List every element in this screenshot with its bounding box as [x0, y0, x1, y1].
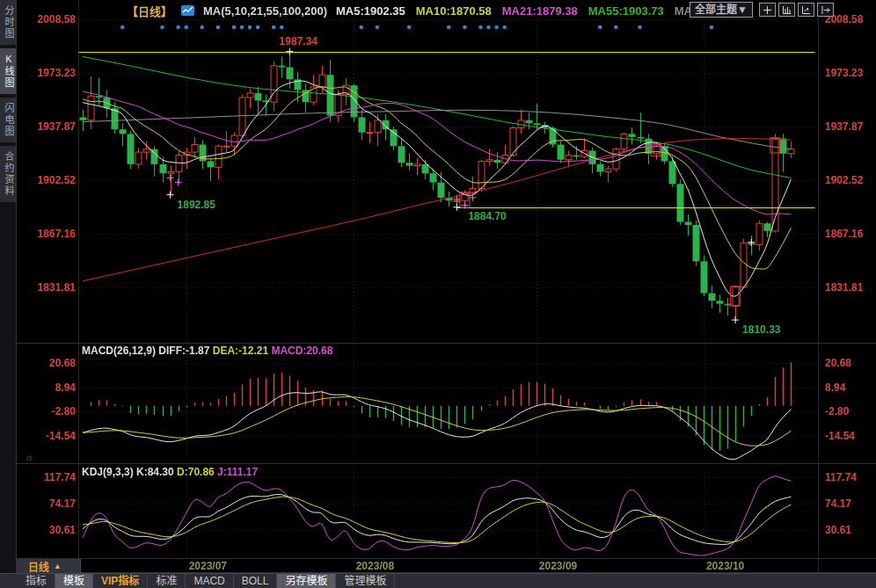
trading-app-window: 分时图K线图闪电图合约资料 现货黄金 【日线】 MA(5,10,21,55,10… [0, 0, 876, 588]
kdj-j-value: J:111.17 [217, 466, 258, 478]
axis-arrow-icon[interactable] [798, 3, 814, 17]
bottom-tab-bar: 指标模板VIP指标标准MACDBOLL另存模板管理模板 [0, 573, 876, 588]
timeframe-selector[interactable]: 日线 ▲ [16, 559, 81, 573]
ma-settings-label: MA(5,10,21,55,100,200) [203, 4, 327, 18]
timeframe-label: 日线 [28, 559, 49, 574]
macd-dea-value: DEA:-12.21 [213, 345, 268, 357]
kdj-k-value: KDJ(9,3,3) K:84.30 [82, 466, 174, 478]
bottom-tab-7[interactable]: 管理模板 [336, 574, 395, 588]
bottom-tab-3[interactable]: 标准 [148, 574, 186, 588]
ma-value-1: MA10:1870.58 [416, 4, 492, 18]
crosshair-icon[interactable] [759, 3, 776, 17]
sidebar-tab-2[interactable]: 闪电图 [0, 98, 16, 142]
chart-header: 现货黄金 【日线】 MA(5,10,21,55,100,200) MA5:190… [77, 3, 712, 18]
macd-panel-header: MACD(26,12,9) DIFF:-1.87 DEA:-12.21 MACD… [82, 345, 332, 357]
bottom-tab-0[interactable]: 指标 [18, 574, 55, 588]
instrument-title: 现货黄金 [77, 3, 123, 19]
sidebar-tab-3[interactable]: 合约资料 [0, 146, 16, 202]
macd-diff-value: MACD(26,12,9) DIFF:-1.87 [82, 345, 209, 357]
macd-hist-value: MACD:20.68 [271, 345, 332, 357]
sidebar-tab-1[interactable]: K线图 [0, 48, 16, 94]
theme-dropdown[interactable]: 全部主题▼ [690, 2, 753, 18]
bottom-tab-5[interactable]: BOLL [234, 574, 278, 588]
bottom-tab-1[interactable]: 模板 [55, 574, 93, 588]
kdj-panel-header: KDJ(9,3,3) K:84.30 D:70.86 J:111.17 [82, 466, 258, 478]
sidebar-tab-0[interactable]: 分时图 [0, 0, 16, 45]
bottom-tab-6[interactable]: 另存模板 [277, 574, 336, 588]
kline-chart-canvas[interactable] [16, 0, 876, 573]
period-label: 【日线】 [127, 3, 172, 19]
ma-value-3: MA55:1903.73 [588, 4, 664, 18]
expand-right-icon[interactable] [817, 3, 834, 17]
left-sidebar: 分时图K线图闪电图合约资料 [0, 0, 17, 573]
triangle-up-icon: ▲ [54, 562, 62, 570]
kdj-d-value: D:70.86 [177, 466, 215, 478]
indicator-settings-icon[interactable]: ☼ [25, 452, 33, 462]
ma-values: MA5:1902.35MA10:1870.58MA21:1879.38MA55:… [336, 4, 712, 18]
header-toolbar: 全部主题▼ [690, 2, 834, 18]
ma-value-2: MA21:1879.38 [502, 4, 578, 18]
bottom-tab-4[interactable]: MACD [186, 574, 233, 588]
ma-value-0: MA5:1902.35 [336, 4, 405, 18]
bottom-tab-2[interactable]: VIP指标 [93, 574, 148, 588]
line-chart-icon[interactable] [181, 5, 194, 16]
axis-scale-icon[interactable] [778, 3, 795, 17]
